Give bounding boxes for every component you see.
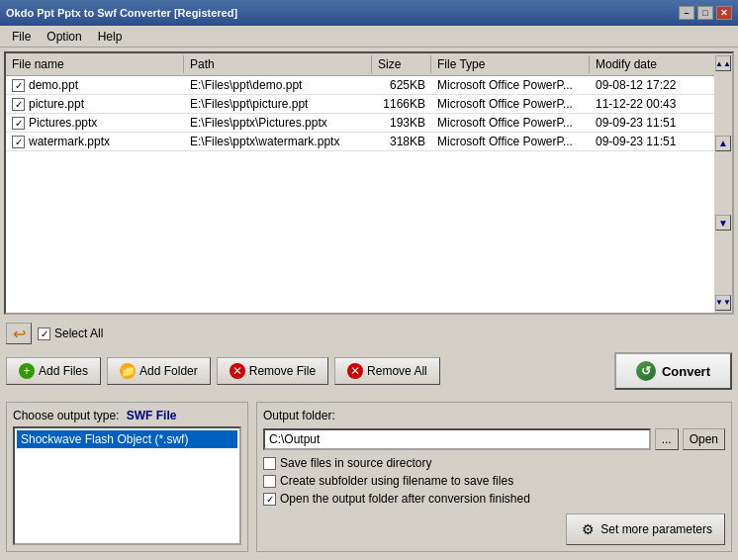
add-folder-label: Add Folder xyxy=(139,364,198,378)
select-all-checkbox[interactable]: ✓ xyxy=(38,327,50,340)
remove-all-button[interactable]: ✕ Remove All xyxy=(334,357,440,385)
title-text: Okdo Ppt Pptx to Swf Converter [Register… xyxy=(6,7,237,19)
select-all-toolbar: ↩ ✓ Select All xyxy=(4,319,734,348)
remove-file-label: Remove File xyxy=(249,364,316,378)
close-button[interactable]: ✕ xyxy=(716,6,732,20)
back-arrow-button[interactable]: ↩ xyxy=(6,323,32,344)
main-content: File name Path Size File Type Modify dat… xyxy=(0,47,738,560)
cell-filename-2: ✓ Pictures.pptx xyxy=(6,114,184,132)
side-arrows: ▲▲ ▲ ▼ ▼▼ xyxy=(714,53,732,313)
cell-path-3: E:\Files\pptx\watermark.pptx xyxy=(184,133,372,150)
save-source-label: Save files in source directory xyxy=(280,456,431,470)
output-folder-label: Output folder: xyxy=(263,409,335,422)
cell-path-2: E:\Files\pptx\Pictures.pptx xyxy=(184,114,372,132)
select-all-area[interactable]: ✓ Select All xyxy=(38,327,103,340)
browse-button[interactable]: ... xyxy=(655,428,679,450)
cell-modified-1: 11-12-22 00:43 xyxy=(590,95,728,113)
minimize-button[interactable]: – xyxy=(679,6,694,20)
add-icon: + xyxy=(19,363,35,379)
add-files-button[interactable]: + Add Files xyxy=(6,357,101,385)
menu-option[interactable]: Option xyxy=(39,28,89,46)
table-row[interactable]: ✓ demo.ppt E:\Files\ppt\demo.ppt 625KB M… xyxy=(6,76,732,95)
remove-all-icon: ✕ xyxy=(347,363,363,379)
cell-filetype-2: Microsoft Office PowerP... xyxy=(431,114,590,132)
cell-filename-1: ✓ picture.ppt xyxy=(6,95,184,113)
convert-label: Convert xyxy=(662,364,710,379)
cell-size-1: 1166KB xyxy=(372,95,431,113)
arrow-down-button[interactable]: ▼ xyxy=(715,215,731,231)
convert-icon: ↺ xyxy=(636,361,656,381)
cell-modified-2: 09-09-23 11:51 xyxy=(590,114,728,132)
create-subfolder-checkbox[interactable] xyxy=(263,475,276,488)
arrow-top-button[interactable]: ▲▲ xyxy=(715,55,731,71)
col-filename: File name xyxy=(6,55,184,73)
save-source-checkbox[interactable] xyxy=(263,457,276,470)
col-filetype: File Type xyxy=(431,55,590,73)
folder-icon: 📁 xyxy=(120,363,136,379)
file-list-container: File name Path Size File Type Modify dat… xyxy=(4,51,734,315)
output-folder-panel: Output folder: ... Open Save files in so… xyxy=(256,402,732,552)
remove-icon: ✕ xyxy=(230,363,245,379)
cell-filename-0: ✓ demo.ppt xyxy=(6,76,184,94)
checkbox-row-3: ✓ Open the output folder after conversio… xyxy=(263,492,725,506)
cell-path-1: E:\Files\ppt\picture.ppt xyxy=(184,95,372,113)
action-buttons: + Add Files 📁 Add Folder ✕ Remove File ✕… xyxy=(4,352,734,394)
col-path: Path xyxy=(184,55,372,73)
cell-size-3: 318KB xyxy=(372,133,431,150)
set-more-params-button[interactable]: ⚙ Set more parameters xyxy=(566,513,725,545)
folder-row: ... Open xyxy=(263,428,725,450)
cell-modified-3: 09-09-23 11:51 xyxy=(590,133,728,150)
cell-filetype-1: Microsoft Office PowerP... xyxy=(431,95,590,113)
row-checkbox-3[interactable]: ✓ xyxy=(12,136,25,148)
table-row[interactable]: ✓ Pictures.pptx E:\Files\pptx\Pictures.p… xyxy=(6,114,732,133)
table-row[interactable]: ✓ watermark.pptx E:\Files\pptx\watermark… xyxy=(6,133,732,151)
cell-path-0: E:\Files\ppt\demo.ppt xyxy=(184,76,372,94)
table-body: ✓ demo.ppt E:\Files\ppt\demo.ppt 625KB M… xyxy=(6,76,732,313)
convert-button[interactable]: ↺ Convert xyxy=(614,352,732,390)
row-checkbox-1[interactable]: ✓ xyxy=(12,98,25,111)
remove-file-button[interactable]: ✕ Remove File xyxy=(217,357,328,385)
output-type-title: Choose output type: SWF File xyxy=(13,409,241,422)
cell-filetype-3: Microsoft Office PowerP... xyxy=(431,133,590,150)
checkbox-row-2: Create subfolder using filename to save … xyxy=(263,474,725,488)
cell-filetype-0: Microsoft Office PowerP... xyxy=(431,76,590,94)
open-after-checkbox[interactable]: ✓ xyxy=(263,493,276,506)
add-files-label: Add Files xyxy=(39,364,88,378)
arrow-up-button[interactable]: ▲ xyxy=(715,136,731,151)
cell-modified-0: 09-08-12 17:22 xyxy=(590,76,728,94)
menu-file[interactable]: File xyxy=(4,28,39,46)
add-folder-button[interactable]: 📁 Add Folder xyxy=(107,357,211,385)
open-folder-button[interactable]: Open xyxy=(683,428,725,450)
checkbox-row-1: Save files in source directory xyxy=(263,456,725,470)
restore-button[interactable]: □ xyxy=(697,6,713,20)
cell-filename-3: ✓ watermark.pptx xyxy=(6,133,184,150)
menu-bar: File Option Help xyxy=(0,26,738,47)
gear-icon: ⚙ xyxy=(579,520,597,538)
table-header: File name Path Size File Type Modify dat… xyxy=(6,53,732,76)
menu-help[interactable]: Help xyxy=(90,28,131,46)
table-row[interactable]: ✓ picture.ppt E:\Files\ppt\picture.ppt 1… xyxy=(6,95,732,114)
create-subfolder-label: Create subfolder using filename to save … xyxy=(280,474,513,488)
cell-size-2: 193KB xyxy=(372,114,431,132)
cell-size-0: 625KB xyxy=(372,76,431,94)
col-modified: Modify date xyxy=(590,55,728,73)
bottom-panel: Choose output type: SWF File Shockwave F… xyxy=(4,398,734,556)
open-after-label: Open the output folder after conversion … xyxy=(280,492,530,506)
row-checkbox-0[interactable]: ✓ xyxy=(12,79,25,92)
params-label: Set more parameters xyxy=(600,522,712,536)
type-item-swf[interactable]: Shockwave Flash Object (*.swf) xyxy=(17,430,237,448)
select-all-label: Select All xyxy=(54,327,103,340)
arrow-bottom-button[interactable]: ▼▼ xyxy=(715,295,731,311)
output-type-panel: Choose output type: SWF File Shockwave F… xyxy=(6,402,248,552)
folder-path-input[interactable] xyxy=(263,428,651,450)
col-size: Size xyxy=(372,55,431,73)
row-checkbox-2[interactable]: ✓ xyxy=(12,117,25,130)
type-value: SWF File xyxy=(127,409,177,422)
window-controls: – □ ✕ xyxy=(679,6,732,20)
remove-all-label: Remove All xyxy=(367,364,427,378)
output-type-listbox[interactable]: Shockwave Flash Object (*.swf) xyxy=(13,426,241,545)
title-bar: Okdo Ppt Pptx to Swf Converter [Register… xyxy=(0,0,738,26)
